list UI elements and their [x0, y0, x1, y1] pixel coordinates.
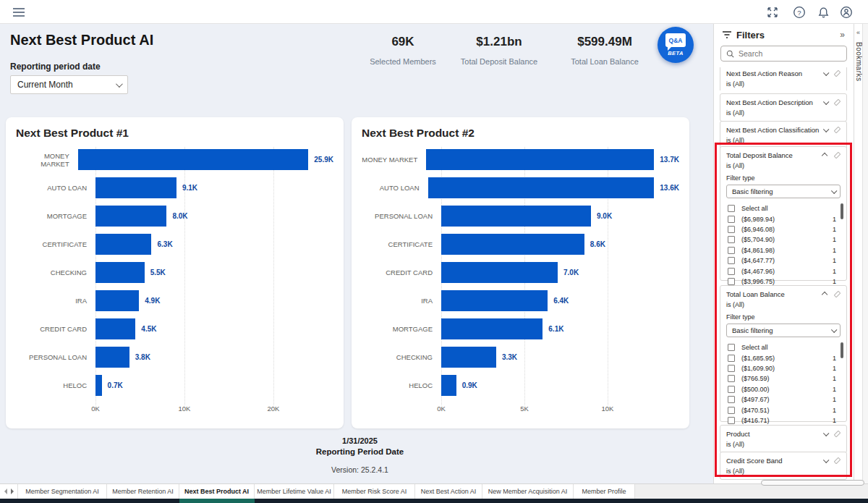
eraser-icon[interactable]: [834, 431, 841, 438]
filter-value-row[interactable]: ($4,647.77)1: [726, 255, 841, 266]
reporting-period-dropdown[interactable]: Current Month: [10, 75, 128, 94]
bar[interactable]: [441, 318, 542, 339]
checkbox[interactable]: [728, 257, 735, 264]
checkbox[interactable]: [728, 365, 735, 372]
eraser-icon[interactable]: [834, 291, 841, 298]
list-scrollbar[interactable]: [841, 342, 843, 358]
notifications-bell-icon[interactable]: [816, 5, 830, 20]
bar[interactable]: [95, 177, 176, 198]
eraser-icon[interactable]: [834, 152, 841, 159]
checkbox[interactable]: [728, 216, 735, 223]
checkbox[interactable]: [728, 407, 735, 414]
filter-value-row[interactable]: ($470.51)1: [726, 405, 841, 415]
tab-next-best-product-ai[interactable]: Next Best Product AI: [179, 484, 255, 499]
bar[interactable]: [441, 290, 548, 311]
bar[interactable]: [95, 347, 129, 368]
eraser-icon[interactable]: [834, 99, 841, 106]
data-label: 3.8K: [135, 353, 150, 361]
filter-type-label: Filter type: [726, 174, 841, 182]
bar[interactable]: [95, 375, 102, 396]
filter-type-select[interactable]: Basic filtering: [726, 185, 841, 198]
filter-value-row[interactable]: ($4,861.98)1: [726, 245, 841, 255]
bar[interactable]: [426, 149, 654, 170]
filter-value-row[interactable]: ($5,704.90)1: [726, 234, 841, 245]
bar[interactable]: [441, 206, 591, 227]
category-label: CERTIFICATE: [16, 240, 95, 248]
checkbox[interactable]: [728, 396, 735, 403]
bar[interactable]: [428, 177, 655, 198]
checkbox[interactable]: [728, 355, 735, 362]
eraser-icon[interactable]: [834, 70, 841, 77]
chevron-down-icon[interactable]: [823, 98, 829, 104]
checkbox[interactable]: [728, 236, 735, 243]
hamburger-menu-icon[interactable]: [12, 5, 26, 20]
chevron-down-icon[interactable]: [823, 430, 829, 436]
checkbox[interactable]: [728, 344, 735, 351]
chevron-down-icon[interactable]: [823, 126, 829, 132]
select-all-row[interactable]: Select all: [726, 203, 841, 214]
list-scrollbar[interactable]: [841, 203, 843, 219]
collapse-panel-icon[interactable]: »: [840, 30, 845, 40]
svg-text:?: ?: [797, 9, 801, 17]
account-icon[interactable]: [839, 5, 854, 20]
checkbox[interactable]: [728, 268, 735, 275]
filter-value-row[interactable]: ($1,609.90)1: [726, 363, 841, 373]
fullscreen-icon[interactable]: [765, 5, 780, 20]
help-icon[interactable]: ?: [792, 5, 807, 20]
filter-type-select[interactable]: Basic filtering: [726, 324, 841, 337]
filter-value-row[interactable]: ($6,946.08)1: [726, 224, 841, 234]
bar[interactable]: [95, 206, 166, 227]
horizontal-scrollbar[interactable]: [761, 480, 864, 486]
chevron-down-icon[interactable]: [823, 69, 829, 75]
filter-value-row[interactable]: ($766.59)1: [726, 373, 841, 384]
filter-value-list: Select all ($1,685.95)1 ($1,609.90)1 ($7…: [726, 342, 841, 426]
chevron-down-icon[interactable]: [823, 457, 829, 462]
tab-member-segmentation-ai[interactable]: Member Segmentation AI: [18, 484, 107, 499]
bar[interactable]: [441, 347, 496, 368]
search-input[interactable]: [739, 49, 833, 58]
filter-card-clip: Next Best Action Reason is (All): [720, 67, 848, 90]
checkbox[interactable]: [728, 417, 735, 424]
bar-row: PERSONAL LOAN9.0K: [362, 202, 679, 230]
filter-search-box[interactable]: [720, 46, 847, 62]
select-all-row[interactable]: Select all: [726, 342, 841, 352]
next-tab-icon[interactable]: [11, 489, 14, 494]
filter-value-row[interactable]: ($1,685.95)1: [726, 352, 841, 363]
bar[interactable]: [95, 318, 135, 339]
filter-value-row[interactable]: ($6,989.94)1: [726, 214, 841, 224]
bar[interactable]: [441, 234, 584, 255]
filter-value-row[interactable]: ($4,467.96)1: [726, 266, 841, 276]
bar[interactable]: [441, 375, 456, 396]
tab-new-member-acquisition-ai[interactable]: New Member Acquisition AI: [482, 484, 574, 499]
filter-value-row[interactable]: ($416.71)1: [726, 415, 841, 426]
filter-value-row[interactable]: ($500.00)1: [726, 384, 841, 394]
app-window: ? Next Best Product AI Reporting period …: [0, 0, 868, 503]
bar-row: PERSONAL LOAN3.8K: [16, 343, 333, 371]
eraser-icon[interactable]: [834, 127, 841, 134]
eraser-icon[interactable]: [834, 457, 841, 465]
bar[interactable]: [95, 262, 145, 283]
tab-member-lifetime-value-ai[interactable]: Member Lifetime Value AI: [255, 484, 334, 499]
tab-member-retention-ai[interactable]: Member Retention AI: [107, 484, 179, 499]
checkbox[interactable]: [728, 386, 735, 393]
qa-beta-button[interactable]: Q&A BETA: [658, 27, 694, 63]
checkbox[interactable]: [728, 278, 735, 285]
tab-member-profile[interactable]: Member Profile: [574, 484, 635, 499]
chevron-down-icon: [116, 80, 123, 88]
checkbox[interactable]: [728, 375, 735, 382]
checkbox[interactable]: [728, 247, 735, 254]
filter-card-state: is (All): [726, 109, 841, 117]
checkbox[interactable]: [728, 226, 735, 233]
bar[interactable]: [95, 290, 139, 311]
bar[interactable]: [78, 149, 309, 170]
tab-next-best-action-ai[interactable]: Next Best Action AI: [415, 484, 482, 499]
data-label: 0.7K: [108, 381, 123, 389]
prev-tab-icon[interactable]: [4, 489, 7, 494]
filter-value-row[interactable]: ($497.67)1: [726, 394, 841, 405]
collapse-bookmarks-icon[interactable]: «: [854, 29, 862, 36]
data-label: 8.0K: [172, 212, 187, 220]
bar[interactable]: [95, 234, 151, 255]
bar[interactable]: [441, 262, 558, 283]
tab-member-risk-score-ai[interactable]: Member Risk Score AI: [334, 484, 415, 499]
checkbox[interactable]: [728, 205, 735, 212]
